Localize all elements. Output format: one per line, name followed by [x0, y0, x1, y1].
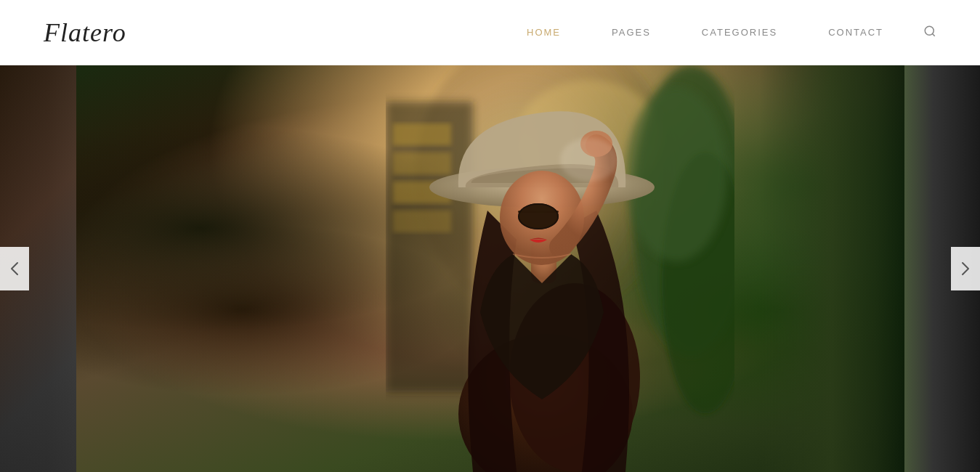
- hero-image: [76, 65, 904, 472]
- nav-item-contact[interactable]: CONTACT: [803, 27, 909, 38]
- svg-rect-19: [518, 211, 559, 213]
- svg-rect-6: [393, 152, 451, 174]
- hero-section: [0, 65, 980, 472]
- svg-point-11: [625, 87, 727, 261]
- svg-point-18: [519, 205, 557, 228]
- nav-item-categories[interactable]: CATEGORIES: [676, 27, 803, 38]
- hero-image-woman: [386, 65, 734, 472]
- svg-rect-8: [393, 211, 451, 232]
- nav-item-pages[interactable]: PAGES: [586, 27, 676, 38]
- nav-item-home[interactable]: HOME: [501, 27, 586, 38]
- svg-point-22: [560, 138, 618, 182]
- right-foliage-overlay: [759, 65, 904, 472]
- svg-point-0: [925, 26, 934, 35]
- next-arrow-button[interactable]: [951, 247, 980, 290]
- search-icon[interactable]: [909, 25, 936, 41]
- prev-arrow-button[interactable]: [0, 247, 29, 290]
- svg-rect-5: [393, 123, 451, 145]
- logo[interactable]: Flatero: [44, 17, 126, 48]
- header: Flatero HOME PAGES CATEGORIES CONTACT: [0, 0, 980, 65]
- main-nav: HOME PAGES CATEGORIES CONTACT: [501, 25, 936, 41]
- svg-line-1: [932, 33, 934, 36]
